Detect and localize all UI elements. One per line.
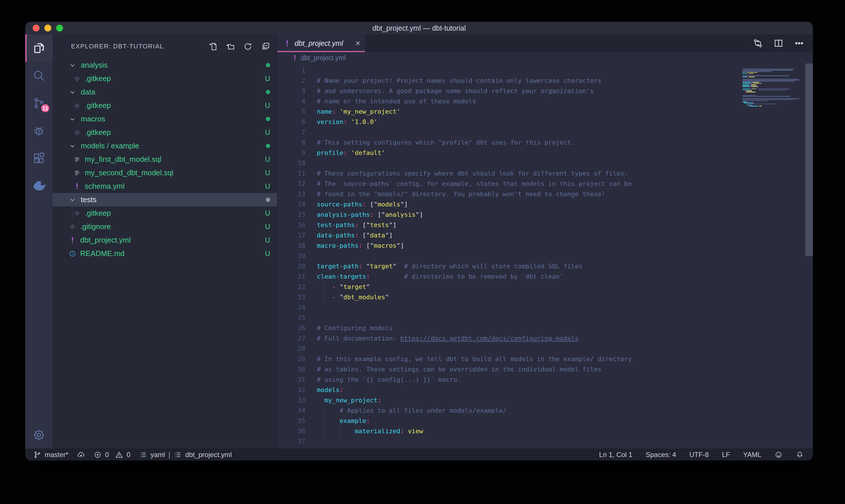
tree-item-data[interactable]: data (53, 85, 277, 99)
code-line[interactable]: 7 (277, 127, 813, 138)
code-line[interactable]: 2# Name your project! Project names shou… (277, 76, 813, 86)
code-line[interactable]: 14source-paths: ["models"] (277, 199, 813, 210)
tree-item-dbt-project-yml[interactable]: !dbt_project.ymlU (53, 233, 277, 247)
tree-item--gitkeep[interactable]: .gitkeepU (53, 99, 277, 112)
activity-run-debug[interactable] (25, 117, 53, 144)
code-line[interactable]: 33 my_new_project: (277, 395, 813, 406)
tree-item-my-second-dbt-model-sql[interactable]: my_second_dbt_model.sqlU (53, 166, 277, 180)
more-actions-icon[interactable] (794, 38, 804, 48)
indentation[interactable]: Spaces: 4 (646, 451, 676, 459)
tree-item-my-first-dbt-model-sql[interactable]: my_first_dbt_model.sqlU (53, 152, 277, 166)
code-line[interactable]: 6version: '1.0.0' (277, 117, 813, 127)
line-content: source-paths: ["models"] (317, 199, 408, 210)
vertical-scrollbar[interactable] (805, 64, 813, 256)
code-line[interactable]: 18macro-paths: ["macros"] (277, 240, 813, 251)
split-editor-icon[interactable] (773, 38, 784, 48)
new-file-icon[interactable] (208, 42, 218, 51)
language-indicator[interactable]: yaml | dbt_project.yml (139, 451, 232, 459)
code-line[interactable]: 30# as tables. These settings can be ove… (277, 364, 813, 375)
activity-source-control[interactable]: 11 (25, 89, 53, 117)
breadcrumb[interactable]: ! dbt_project.yml (277, 52, 813, 64)
title-bar: dbt_project.yml — dbt-tutorial (25, 22, 813, 34)
code-line[interactable]: 9profile: 'default' (277, 148, 813, 158)
activity-docker[interactable] (25, 172, 53, 199)
line-number: 26 (277, 323, 305, 333)
code-line[interactable]: 10 (277, 158, 813, 168)
problems-indicator[interactable]: 0 0 (94, 451, 131, 459)
close-window-button[interactable] (33, 25, 39, 32)
eol-sequence[interactable]: LF (722, 451, 730, 459)
tree-item--gitkeep[interactable]: .gitkeepU (53, 206, 277, 220)
code-line[interactable]: 22 - "target" (277, 282, 813, 292)
tree-item-macros[interactable]: macros (53, 112, 277, 126)
smiley-feedback-icon[interactable] (775, 451, 783, 459)
code-line[interactable]: 32models: (277, 385, 813, 395)
language-mode[interactable]: YAML (743, 451, 761, 459)
activity-extensions[interactable] (25, 144, 53, 172)
code-line[interactable]: 4# name or the intended use of these mod… (277, 96, 813, 107)
code-line[interactable]: 31# using the `{{ config(...) }}` macro. (277, 375, 813, 385)
git-branch-icon (33, 451, 41, 459)
code-line[interactable]: 5name: 'my_new_project' (277, 107, 813, 117)
minimap[interactable] (742, 68, 804, 108)
code-line[interactable]: 8# This setting configures which "profil… (277, 138, 813, 148)
cursor-position[interactable]: Ln 1, Col 1 (599, 451, 632, 459)
code-line[interactable]: 29# In this example config, we tell dbt … (277, 354, 813, 364)
code-line[interactable]: 11# These configurations specify where d… (277, 168, 813, 179)
vscode-window: dbt_project.yml — dbt-tutorial 11 (25, 22, 813, 461)
sql-file-icon (73, 169, 81, 177)
code-line[interactable]: 35 example: (277, 416, 813, 426)
refresh-icon[interactable] (243, 42, 253, 51)
code-line[interactable]: 34 # Applies to all files under models/e… (277, 406, 813, 416)
code-line[interactable]: 17data-paths: ["data"] (277, 230, 813, 240)
tree-item-readme-md[interactable]: README.mdU (53, 247, 277, 260)
git-branch-indicator[interactable]: master* (33, 451, 69, 459)
encoding[interactable]: UTF-8 (689, 451, 709, 459)
line-content: # and underscores. A good package name s… (317, 86, 594, 96)
cloud-upload-icon (77, 451, 85, 459)
tree-item-tests[interactable]: tests (53, 193, 277, 206)
tree-item--gitignore[interactable]: .gitignoreU (53, 220, 277, 233)
code-line[interactable]: 1 (277, 65, 813, 76)
code-line[interactable]: 3# and underscores. A good package name … (277, 86, 813, 96)
collapse-all-icon[interactable] (260, 42, 270, 51)
code-line[interactable]: 12# The `source-paths` config, for examp… (277, 179, 813, 189)
tree-item-analysis[interactable]: analysis (53, 58, 277, 72)
tree-item-models-example[interactable]: models / example (53, 139, 277, 152)
code-line[interactable]: 36 materialized: view (277, 426, 813, 436)
tab-dbt-project-yml[interactable]: ! dbt_project.yml × (277, 34, 365, 52)
code-line[interactable]: 21clean-targets: # directories to be rem… (277, 271, 813, 282)
bell-notifications-icon[interactable] (796, 451, 804, 459)
code-line[interactable]: 13# found in the "models/" directory. Yo… (277, 189, 813, 199)
tree-item--gitkeep[interactable]: .gitkeepU (53, 126, 277, 139)
code-line[interactable]: 28 (277, 344, 813, 354)
git-file-icon (73, 102, 81, 109)
activity-settings[interactable] (25, 421, 53, 449)
code-line[interactable]: 23 - "dbt_modules" (277, 292, 813, 302)
maximize-window-button[interactable] (56, 25, 63, 32)
close-tab-icon[interactable]: × (355, 39, 360, 48)
line-number: 10 (277, 158, 305, 168)
tree-item-schema-yml[interactable]: !schema.ymlU (53, 180, 277, 193)
code-line[interactable]: 20target-path: "target" # directory whic… (277, 261, 813, 271)
activity-search[interactable] (25, 62, 53, 89)
minimize-window-button[interactable] (44, 25, 51, 32)
tree-item--gitkeep[interactable]: .gitkeepU (53, 72, 277, 85)
activity-explorer[interactable] (25, 34, 53, 62)
code-line[interactable]: 15analysis-paths: ["analysis"] (277, 210, 813, 220)
new-folder-icon[interactable] (226, 42, 235, 51)
code-line[interactable]: 26# Configuring models (277, 323, 813, 333)
code-line[interactable]: 19 (277, 251, 813, 261)
code-line[interactable]: 27# Full documentation: https://docs.get… (277, 333, 813, 344)
code-line[interactable]: 25 (277, 313, 813, 323)
open-changes-icon[interactable] (753, 38, 763, 48)
line-number: 36 (277, 426, 305, 436)
sync-changes[interactable] (77, 451, 85, 459)
code-editor[interactable]: 12# Name your project! Project names sho… (277, 64, 813, 449)
folder-changes-dot (266, 117, 270, 121)
code-line[interactable]: 24 (277, 302, 813, 313)
code-line[interactable]: 16test-paths: ["tests"] (277, 220, 813, 230)
tree-item-label: README.md (80, 249, 265, 258)
git-file-icon (69, 223, 76, 231)
code-line[interactable]: 37 (277, 436, 813, 447)
